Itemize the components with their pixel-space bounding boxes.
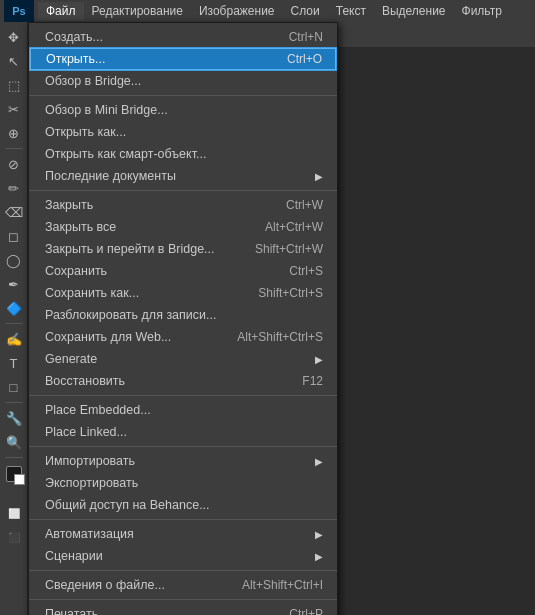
tool-history[interactable]: ◻: [3, 225, 25, 247]
tool-pen[interactable]: ✍: [3, 328, 25, 350]
menu-text[interactable]: Текст: [328, 2, 374, 20]
menu-item-share-label: Общий доступ на Behance...: [45, 498, 323, 512]
menu-item-scripts-label: Сценарии: [45, 549, 307, 563]
tool-heal[interactable]: ⊘: [3, 153, 25, 175]
tool-divider-2: [5, 323, 23, 324]
menu-item-import[interactable]: Импортировать ▶: [29, 450, 337, 472]
menu-item-close-label: Закрыть: [45, 198, 266, 212]
tool-zoom[interactable]: 🔍: [3, 431, 25, 453]
separator-7: [29, 599, 337, 600]
menu-item-close-all-label: Закрыть все: [45, 220, 245, 234]
tool-divider-4: [5, 457, 23, 458]
menu-item-place-linked[interactable]: Place Linked...: [29, 421, 337, 443]
menu-item-open-as-label: Открыть как...: [45, 125, 323, 139]
menu-item-close-shortcut: Ctrl+W: [286, 198, 323, 212]
menu-item-new-shortcut: Ctrl+N: [289, 30, 323, 44]
menu-item-place-linked-label: Place Linked...: [45, 425, 323, 439]
menu-item-new-label: Создать...: [45, 30, 269, 44]
menu-item-close-bridge[interactable]: Закрыть и перейти в Bridge... Shift+Ctrl…: [29, 238, 337, 260]
menu-item-recent-label: Последние документы: [45, 169, 307, 183]
menu-image[interactable]: Изображение: [191, 2, 283, 20]
separator-2: [29, 190, 337, 191]
tool-brush[interactable]: ✏: [3, 177, 25, 199]
import-arrow-icon: ▶: [315, 456, 323, 467]
tool-crop[interactable]: ✂: [3, 98, 25, 120]
menu-item-print-label: Печатать...: [45, 607, 269, 615]
menu-item-place-embedded-label: Place Embedded...: [45, 403, 323, 417]
menu-item-place-embedded[interactable]: Place Embedded...: [29, 399, 337, 421]
menu-item-generate[interactable]: Generate ▶: [29, 348, 337, 370]
automate-arrow-icon: ▶: [315, 529, 323, 540]
menu-filter[interactable]: Фильтр: [454, 2, 510, 20]
menu-item-mini-bridge-label: Обзор в Mini Bridge...: [45, 103, 323, 117]
menu-item-save-web-shortcut: Alt+Shift+Ctrl+S: [237, 330, 323, 344]
separator-3: [29, 395, 337, 396]
menu-item-mini-bridge[interactable]: Обзор в Mini Bridge...: [29, 99, 337, 121]
file-dropdown: Создать... Ctrl+N Открыть... Ctrl+O Обзо…: [28, 22, 338, 615]
menu-select[interactable]: Выделение: [374, 2, 454, 20]
tool-foreground-color[interactable]: [6, 466, 22, 482]
menu-edit[interactable]: Редактирование: [84, 2, 191, 20]
menu-item-recent[interactable]: Последние документы ▶: [29, 165, 337, 187]
tool-divider-1: [5, 148, 23, 149]
menu-item-close[interactable]: Закрыть Ctrl+W: [29, 194, 337, 216]
menu-file[interactable]: Файл: [38, 2, 84, 20]
tool-type[interactable]: T: [3, 352, 25, 374]
menu-item-print-shortcut: Ctrl+P: [289, 607, 323, 615]
tool-path[interactable]: □: [3, 376, 25, 398]
menu-item-export-label: Экспортировать: [45, 476, 323, 490]
menu-item-open-as[interactable]: Открыть как...: [29, 121, 337, 143]
tool-move[interactable]: ✥: [3, 26, 25, 48]
tool-eyedropper[interactable]: ⊕: [3, 122, 25, 144]
tool-screen-mode[interactable]: ⬛: [3, 526, 25, 548]
menu-item-save-web[interactable]: Сохранить для Web... Alt+Shift+Ctrl+S: [29, 326, 337, 348]
menu-item-revert[interactable]: Восстановить F12: [29, 370, 337, 392]
menu-item-automate-label: Автоматизация: [45, 527, 307, 541]
tool-3d[interactable]: 🔧: [3, 407, 25, 429]
menu-item-save[interactable]: Сохранить Ctrl+S: [29, 260, 337, 282]
menu-item-save-label: Сохранить: [45, 264, 269, 278]
recent-arrow-icon: ▶: [315, 171, 323, 182]
separator-1: [29, 95, 337, 96]
scripts-arrow-icon: ▶: [315, 551, 323, 562]
menu-item-file-info[interactable]: Сведения о файле... Alt+Shift+Ctrl+I: [29, 574, 337, 596]
menu-item-open-shortcut: Ctrl+O: [287, 52, 322, 66]
menu-item-save-as[interactable]: Сохранить как... Shift+Ctrl+S: [29, 282, 337, 304]
menu-item-print[interactable]: Печатать... Ctrl+P: [29, 603, 337, 615]
menu-item-close-bridge-label: Закрыть и перейти в Bridge...: [45, 242, 235, 256]
menu-item-generate-label: Generate: [45, 352, 307, 366]
generate-arrow-icon: ▶: [315, 354, 323, 365]
menu-item-open-label: Открыть...: [46, 52, 267, 66]
menu-item-share[interactable]: Общий доступ на Behance...: [29, 494, 337, 516]
menu-item-new[interactable]: Создать... Ctrl+N: [29, 26, 337, 48]
menu-item-unlock[interactable]: Разблокировать для записи...: [29, 304, 337, 326]
separator-6: [29, 570, 337, 571]
menu-layers[interactable]: Слои: [283, 2, 328, 20]
tool-divider-3: [5, 402, 23, 403]
separator-5: [29, 519, 337, 520]
tool-eraser[interactable]: ◯: [3, 249, 25, 271]
menu-bar: Ps Файл Редактирование Изображение Слои …: [0, 0, 535, 22]
menu-item-file-info-shortcut: Alt+Shift+Ctrl+I: [242, 578, 323, 592]
menu-item-import-label: Импортировать: [45, 454, 307, 468]
menu-item-open-smart-label: Открыть как смарт-объект...: [45, 147, 323, 161]
left-toolbar: ✥ ↖ ⬚ ✂ ⊕ ⊘ ✏ ⌫ ◻ ◯ ✒ 🔷 ✍ T □ 🔧 🔍 ⬜ ⬛: [0, 22, 28, 615]
tool-lasso[interactable]: ⬚: [3, 74, 25, 96]
menu-item-bridge[interactable]: Обзор в Bridge...: [29, 70, 337, 92]
tool-stamp[interactable]: ⌫: [3, 201, 25, 223]
dropdown-menu: Создать... Ctrl+N Открыть... Ctrl+O Обзо…: [28, 22, 338, 615]
menu-item-open-smart[interactable]: Открыть как смарт-объект...: [29, 143, 337, 165]
menu-item-scripts[interactable]: Сценарии ▶: [29, 545, 337, 567]
tool-gradient[interactable]: ✒: [3, 273, 25, 295]
menu-item-close-bridge-shortcut: Shift+Ctrl+W: [255, 242, 323, 256]
menu-item-save-web-label: Сохранить для Web...: [45, 330, 217, 344]
tool-dodge[interactable]: 🔷: [3, 297, 25, 319]
tool-mask-mode[interactable]: ⬜: [3, 502, 25, 524]
menu-item-close-all[interactable]: Закрыть все Alt+Ctrl+W: [29, 216, 337, 238]
menu-item-automate[interactable]: Автоматизация ▶: [29, 523, 337, 545]
ps-logo-text: Ps: [12, 5, 25, 17]
menu-item-export[interactable]: Экспортировать: [29, 472, 337, 494]
menu-item-unlock-label: Разблокировать для записи...: [45, 308, 323, 322]
tool-select[interactable]: ↖: [3, 50, 25, 72]
menu-item-open[interactable]: Открыть... Ctrl+O: [30, 48, 336, 70]
